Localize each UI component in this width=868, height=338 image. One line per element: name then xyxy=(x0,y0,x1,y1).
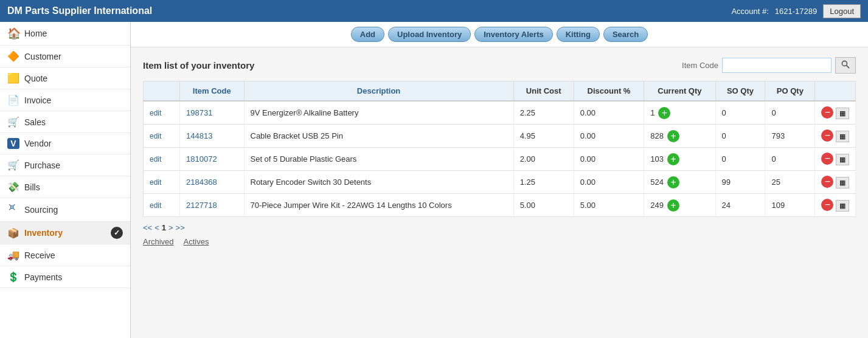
grid-button-2[interactable]: ▦ xyxy=(836,154,849,165)
discount-cell-3: 0.00 xyxy=(574,171,644,194)
grid-button-1[interactable]: ▦ xyxy=(836,131,849,142)
item-code-label: Item Code xyxy=(682,61,718,70)
remove-button-0[interactable]: − xyxy=(821,106,833,119)
edit-link-1[interactable]: edit xyxy=(150,132,161,140)
purchase-icon: 🛒 xyxy=(7,159,19,171)
edit-cell-0: edit xyxy=(144,101,180,125)
svg-line-5 xyxy=(13,209,15,210)
table-row: edit 198731 9V Energizer® Alkaline Batte… xyxy=(144,101,856,125)
sidebar-item-payments[interactable]: 💲 Payments xyxy=(0,266,130,288)
table-row: edit 1810072 Set of 5 Durable Plastic Ge… xyxy=(144,148,856,171)
logout-button[interactable]: Logout xyxy=(823,4,861,18)
table-row: edit 2184368 Rotary Encoder Switch 30 De… xyxy=(144,171,856,194)
sidebar-item-vendor[interactable]: V Vendor xyxy=(0,133,130,154)
add-qty-button-0[interactable]: + xyxy=(658,107,670,119)
sidebar-item-inventory[interactable]: 📦 Inventory ✓ xyxy=(0,222,130,244)
sourcing-icon xyxy=(7,203,19,216)
toolbar: Add Upload Inventory Inventory Alerts Ki… xyxy=(131,22,868,47)
actives-link[interactable]: Actives xyxy=(184,237,209,246)
grid-button-4[interactable]: ▦ xyxy=(836,200,849,212)
sidebar-label-vendor: Vendor xyxy=(24,139,51,148)
item-code-value-4[interactable]: 2127718 xyxy=(186,201,217,210)
grid-button-3[interactable]: ▦ xyxy=(836,177,849,188)
sidebar-item-customer[interactable]: 🔶 Customer xyxy=(0,46,130,67)
pagination-current: 1 xyxy=(162,223,166,232)
sidebar-item-invoice[interactable]: 📄 Invoice xyxy=(0,89,130,111)
current-qty-cell-2: 103 + xyxy=(644,148,715,171)
edit-link-4[interactable]: edit xyxy=(150,201,161,210)
current-qty-cell-1: 828 + xyxy=(644,125,715,148)
pagination-prev[interactable]: < xyxy=(155,223,159,232)
remove-button-1[interactable]: − xyxy=(821,129,833,142)
table-header-row: Item Code Description Unit Cost Discount… xyxy=(144,81,856,102)
edit-cell-3: edit xyxy=(144,171,180,194)
current-qty-cell-3: 524 + xyxy=(644,171,715,194)
svg-point-1 xyxy=(12,207,13,208)
pagination-last[interactable]: >> xyxy=(176,223,185,232)
item-code-cell-1: 144813 xyxy=(180,125,245,148)
add-qty-button-1[interactable]: + xyxy=(667,130,679,142)
sidebar: 🏠 Home 🔶 Customer 🟨 Quote 📄 Invoice 🛒 Sa… xyxy=(0,22,131,338)
item-code-search-area: Item Code xyxy=(682,57,856,74)
current-qty-cell-0: 1 + xyxy=(644,101,715,125)
row-actions-cell-2: − ▦ xyxy=(815,148,856,171)
col-description[interactable]: Description xyxy=(244,81,513,102)
so-qty-cell-0: 0 xyxy=(715,101,765,125)
sidebar-item-receive[interactable]: 🚚 Receive xyxy=(0,244,130,266)
search-button[interactable]: Search xyxy=(603,27,648,42)
table-row: edit 2127718 70-Piece Jumper Wire Kit - … xyxy=(144,194,856,217)
remove-button-2[interactable]: − xyxy=(821,153,833,165)
sidebar-item-home[interactable]: 🏠 Home xyxy=(0,22,130,46)
sidebar-item-sales[interactable]: 🛒 Sales xyxy=(0,111,130,133)
item-code-search-input[interactable] xyxy=(722,58,832,73)
item-code-cell-0: 198731 xyxy=(180,101,245,125)
po-qty-cell-3: 25 xyxy=(765,171,815,194)
sidebar-item-bills[interactable]: 💸 Bills xyxy=(0,176,130,198)
pagination-first[interactable]: << xyxy=(143,223,152,232)
description-cell-0: 9V Energizer® Alkaline Battery xyxy=(244,101,513,125)
item-code-value-0[interactable]: 198731 xyxy=(186,108,212,117)
item-code-search-button[interactable] xyxy=(835,57,856,74)
add-qty-button-4[interactable]: + xyxy=(667,199,679,212)
unit-cost-cell-4: 5.00 xyxy=(513,194,574,217)
archived-link[interactable]: Archived xyxy=(143,237,174,246)
unit-cost-cell-3: 1.25 xyxy=(513,171,574,194)
edit-link-2[interactable]: edit xyxy=(150,155,161,164)
edit-cell-1: edit xyxy=(144,125,180,148)
pagination-next[interactable]: > xyxy=(168,223,173,232)
add-qty-button-2[interactable]: + xyxy=(667,153,679,165)
sidebar-item-quote[interactable]: 🟨 Quote xyxy=(0,67,130,89)
remove-button-4[interactable]: − xyxy=(821,199,833,211)
item-code-value-3[interactable]: 2184368 xyxy=(186,178,217,187)
item-code-value-1[interactable]: 144813 xyxy=(186,131,212,140)
inventory-icon: 📦 xyxy=(7,227,19,239)
grid-button-0[interactable]: ▦ xyxy=(836,108,849,119)
customer-icon: 🔶 xyxy=(7,50,19,62)
add-qty-button-3[interactable]: + xyxy=(667,176,679,188)
upload-inventory-button[interactable]: Upload Inventory xyxy=(388,27,471,42)
discount-cell-4: 5.00 xyxy=(574,194,644,217)
sidebar-label-purchase: Purchase xyxy=(24,160,60,170)
account-label: Account #: xyxy=(731,7,768,16)
edit-link-0[interactable]: edit xyxy=(150,109,161,117)
po-qty-cell-1: 793 xyxy=(765,125,815,148)
unit-cost-cell-0: 2.25 xyxy=(513,101,574,125)
edit-link-3[interactable]: edit xyxy=(150,178,161,187)
remove-button-3[interactable]: − xyxy=(821,176,833,188)
add-button[interactable]: Add xyxy=(351,27,384,42)
sales-icon: 🛒 xyxy=(7,116,19,128)
description-cell-4: 70-Piece Jumper Wire Kit - 22AWG 14 Leng… xyxy=(244,194,513,217)
sidebar-label-receive: Receive xyxy=(24,250,55,260)
pagination: << < 1 > >> xyxy=(143,223,856,232)
sidebar-item-sourcing[interactable]: Sourcing xyxy=(0,198,130,222)
sidebar-item-purchase[interactable]: 🛒 Purchase xyxy=(0,154,130,176)
kitting-button[interactable]: Kitting xyxy=(557,27,600,42)
item-code-cell-3: 2184368 xyxy=(180,171,245,194)
receive-icon: 🚚 xyxy=(7,249,19,261)
inventory-alerts-button[interactable]: Inventory Alerts xyxy=(474,27,553,42)
sidebar-label-inventory: Inventory xyxy=(24,228,63,238)
col-current-qty: Current Qty xyxy=(644,81,715,102)
item-code-value-2[interactable]: 1810072 xyxy=(186,154,217,164)
col-item-code[interactable]: Item Code xyxy=(180,81,245,102)
po-qty-cell-4: 109 xyxy=(765,194,815,217)
